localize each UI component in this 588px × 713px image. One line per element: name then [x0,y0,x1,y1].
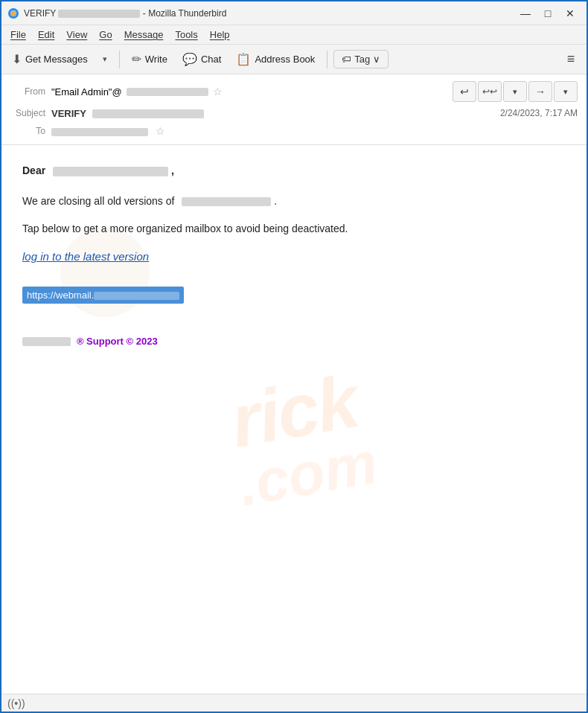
forward-dropdown-button[interactable]: ▾ [554,81,578,102]
from-email-redacted [127,88,208,96]
status-bar: ((•)) [1,694,587,712]
forward-button[interactable]: → [528,81,552,102]
window-title: VERIFY - Mozilla Thunderbird [24,8,515,19]
app-icon [7,7,19,19]
greeting-redacted [53,167,168,176]
to-label: To [10,126,51,136]
url-redacted [94,292,179,300]
menu-tools[interactable]: Tools [169,28,203,42]
subject-redacted [92,109,204,118]
brand-redacted [22,337,71,346]
toolbar-separator-2 [327,51,327,68]
menu-edit[interactable]: Edit [32,28,60,42]
toolbar-menu-button[interactable]: ≡ [560,48,582,71]
email-actions: ↩ ↩↩ ▾ → ▾ [453,81,578,102]
connection-status-icon: ((•)) [7,697,25,709]
write-icon: ✏ [132,52,141,66]
menu-bar: File Edit View Go Message Tools Help [1,25,587,45]
close-button[interactable]: ✕ [560,5,581,22]
to-row: To ☆ [10,122,578,140]
get-messages-dropdown[interactable]: ▾ [97,49,113,70]
tag-chevron-icon: ∨ [373,54,380,65]
menu-help[interactable]: Help [204,28,236,42]
menu-file[interactable]: File [4,28,32,42]
email-date: 2/24/2023, 7:17 AM [500,108,578,118]
email-header: From "Email Admin"@ ☆ ↩ ↩↩ ▾ → ▾ Subject… [1,74,587,145]
to-star-icon[interactable]: ☆ [156,125,165,137]
get-messages-button[interactable]: ⬇ Get Messages [6,49,94,69]
title-bar: VERIFY - Mozilla Thunderbird — □ ✕ [1,1,587,25]
subject-label: Subject [10,108,51,118]
tag-button[interactable]: 🏷 Tag ∨ [333,50,389,68]
to-value: ☆ [51,125,578,137]
link-paragraph: log in to the latest version [22,249,566,266]
from-row: From "Email Admin"@ ☆ ↩ ↩↩ ▾ → ▾ [10,79,578,104]
address-book-button[interactable]: 📋 Address Book [230,49,321,69]
write-button[interactable]: ✏ Write [126,49,173,69]
menu-view[interactable]: View [60,28,93,42]
reply-dropdown-button[interactable]: ▾ [503,81,527,102]
reply-button[interactable]: ↩ [453,81,476,102]
watermark-text-1: rick [224,358,363,464]
from-email: "Email Admin"@ [51,86,122,97]
paragraph-2: Tap below to get a more organized mailbo… [22,221,566,237]
reply-all-button[interactable]: ↩↩ [478,81,502,102]
to-redacted [51,128,148,136]
email-body: rick .com Dear , We are closing all old … [1,145,587,694]
window-controls: — □ ✕ [515,5,581,22]
menu-go[interactable]: Go [93,28,118,42]
subject-row: Subject VERIFY 2/24/2023, 7:17 AM [10,104,578,122]
chat-button[interactable]: 💬 Chat [176,49,227,69]
address-book-icon: 📋 [236,52,251,66]
greeting-paragraph: Dear , [22,163,566,179]
p1-redacted [182,197,271,206]
get-messages-icon: ⬇ [12,52,22,66]
subject-value: VERIFY [51,108,500,119]
chat-icon: 💬 [182,52,197,66]
from-value-container: "Email Admin"@ ☆ [51,86,223,97]
tag-icon: 🏷 [342,54,351,65]
url-highlight[interactable]: https://webmail. [22,287,184,304]
from-label: From [10,86,51,97]
minimize-button[interactable]: — [515,5,536,22]
watermark-text-2: .com [234,429,383,520]
toolbar: ⬇ Get Messages ▾ ✏ Write 💬 Chat 📋 Addres… [1,45,587,74]
paragraph-1: We are closing all old versions of . [22,194,566,209]
menu-message[interactable]: Message [118,28,170,42]
thunderbird-window: VERIFY - Mozilla Thunderbird — □ ✕ File … [0,0,588,713]
support-text: ® Support © 2023 [77,336,158,347]
toolbar-separator-1 [119,51,120,68]
maximize-button[interactable]: □ [537,5,558,22]
email-content: Dear , We are closing all old versions o… [22,163,566,349]
from-star-icon[interactable]: ☆ [213,86,223,97]
support-paragraph: ® Support © 2023 [22,333,566,349]
url-paragraph: https://webmail. [22,281,566,304]
login-link[interactable]: log in to the latest version [22,250,149,263]
